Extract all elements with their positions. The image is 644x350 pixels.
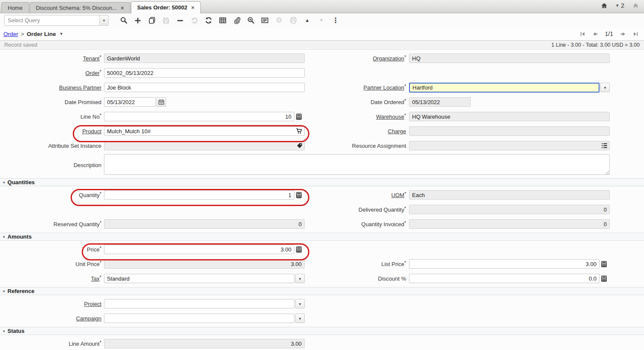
campaign-label[interactable]: Campaign xyxy=(76,315,101,322)
previous-record-icon[interactable] xyxy=(592,31,599,37)
reserved-quantity-field xyxy=(104,219,305,229)
partner-location-field[interactable] xyxy=(409,83,599,93)
undo-icon xyxy=(190,16,199,25)
zoom-across-icon[interactable] xyxy=(246,16,255,25)
partner-location-dropdown-button[interactable]: ▾ xyxy=(600,83,610,92)
tab-sales-order-label: Sales Order: 50002 xyxy=(137,4,187,11)
more-actions-icon[interactable]: ⋮ xyxy=(331,16,340,25)
first-record-icon[interactable] xyxy=(579,31,586,37)
window-tabbar: Home Discount Schema: 5% Discoun...× Sal… xyxy=(0,0,644,13)
tax-field[interactable] xyxy=(104,274,294,283)
collapse-triangle-icon: ▾ xyxy=(3,235,5,239)
collapse-header-icon[interactable] xyxy=(631,1,640,10)
resource-assignment-field xyxy=(409,141,610,150)
refresh-icon[interactable] xyxy=(204,16,213,25)
quantity-invoiced-label: Quantity Invoiced xyxy=(361,221,404,227)
copy-record-icon[interactable] xyxy=(148,16,156,25)
grid-toggle-icon[interactable] xyxy=(218,16,227,25)
project-dropdown-button[interactable]: ▾ xyxy=(295,299,305,308)
uom-label[interactable]: UOM xyxy=(391,192,404,198)
uom-field xyxy=(409,190,610,200)
collapse-triangle-icon: ▾ xyxy=(3,329,5,333)
attribute-set-instance-label: Attribute Set Instance xyxy=(48,143,101,149)
delete-record-icon[interactable] xyxy=(176,16,184,25)
close-icon[interactable]: × xyxy=(121,5,124,11)
home-icon[interactable] xyxy=(600,1,608,10)
calculator-icon[interactable] xyxy=(296,114,302,120)
line-no-field[interactable] xyxy=(104,112,294,121)
price-field[interactable] xyxy=(104,245,294,254)
select-query-dropdown-button[interactable]: ▾ xyxy=(99,15,108,25)
calculator-icon[interactable] xyxy=(296,192,302,198)
date-ordered-field xyxy=(409,97,471,107)
project-field[interactable] xyxy=(104,299,294,308)
description-label: Description xyxy=(74,162,101,168)
tax-dropdown-button[interactable]: ▾ xyxy=(295,274,305,283)
list-price-field[interactable] xyxy=(409,259,599,269)
partner-location-label[interactable]: Partner Location xyxy=(363,84,404,91)
next-record-icon[interactable] xyxy=(620,31,626,37)
resource-assignment-label: Resource Assignment xyxy=(352,143,406,149)
breadcrumb-order-link[interactable]: Order xyxy=(3,31,18,37)
reserved-quantity-label: Reserved Quantity xyxy=(53,221,100,227)
calculator-icon[interactable] xyxy=(601,261,607,267)
search-icon[interactable] xyxy=(119,16,128,25)
project-label[interactable]: Project xyxy=(84,301,101,307)
print-icon xyxy=(289,16,297,25)
status-message: Record saved xyxy=(4,42,552,48)
select-query-input[interactable] xyxy=(5,15,99,25)
line-amount-field xyxy=(104,339,305,348)
chevron-down-icon: ▾ xyxy=(103,18,105,23)
new-record-icon[interactable] xyxy=(134,16,142,25)
parent-record-icon[interactable]: ▲ xyxy=(303,16,312,25)
calculator-icon[interactable] xyxy=(601,275,607,282)
organization-label[interactable]: Organization xyxy=(373,55,404,62)
record-position: 1/1 xyxy=(605,30,613,37)
chevron-down-icon[interactable]: ▼ xyxy=(59,32,63,36)
tag-icon[interactable] xyxy=(297,143,303,149)
date-promised-label: Date Promised xyxy=(65,99,101,105)
attachment-icon[interactable] xyxy=(232,16,241,25)
campaign-field[interactable] xyxy=(104,314,294,323)
breadcrumb-row: Order > Order Line ▼ 1/1 xyxy=(0,27,644,41)
tax-label[interactable]: Tax xyxy=(91,275,99,282)
section-reference[interactable]: ▾Reference xyxy=(0,287,644,295)
date-promised-field[interactable] xyxy=(104,97,156,107)
section-status[interactable]: ▾Status xyxy=(0,327,644,335)
breadcrumb-current-tab[interactable]: Order Line xyxy=(27,31,56,37)
order-label[interactable]: Order xyxy=(85,70,99,76)
discount-field[interactable] xyxy=(409,274,599,283)
quantity-field[interactable] xyxy=(104,190,294,200)
attribute-set-instance-field xyxy=(104,141,305,150)
close-icon[interactable]: × xyxy=(191,5,195,10)
order-totals: 1 Line - 3.00 - Total: 3.00 USD = 3.00 xyxy=(552,42,640,48)
tab-discount-schema[interactable]: Discount Schema: 5% Discoun...× xyxy=(30,2,131,13)
numbered-list-icon[interactable] xyxy=(601,143,608,149)
order-line-form: Tenant* Organization* Order* Business Pa… xyxy=(0,50,644,350)
product-label[interactable]: Product xyxy=(82,128,101,135)
open-windows-dropdown[interactable]: ▼ 2 xyxy=(615,2,624,9)
tab-home[interactable]: Home xyxy=(1,2,29,13)
collapse-triangle-icon: ▾ xyxy=(3,180,5,185)
record-pager: 1/1 xyxy=(579,30,639,37)
tab-sales-order[interactable]: Sales Order: 50002× xyxy=(131,1,201,13)
business-partner-field[interactable] xyxy=(104,83,305,92)
last-record-icon[interactable] xyxy=(632,31,639,37)
tenant-label[interactable]: Tenant xyxy=(83,55,100,62)
order-field[interactable] xyxy=(104,68,305,78)
detail-record-icon: ▼ xyxy=(317,16,326,25)
warehouse-label[interactable]: Warehouse xyxy=(376,114,404,120)
charge-label[interactable]: Charge xyxy=(388,128,406,135)
description-field[interactable] xyxy=(104,154,610,175)
section-amounts[interactable]: ▾Amounts xyxy=(0,233,644,241)
business-partner-label[interactable]: Business Partner xyxy=(59,84,101,91)
chevron-down-icon: ▾ xyxy=(299,276,301,281)
tab-strip: Home Discount Schema: 5% Discoun...× Sal… xyxy=(1,1,600,13)
section-quantities[interactable]: ▾Quantities xyxy=(0,178,644,186)
record-info-icon[interactable] xyxy=(261,16,269,25)
shopping-cart-icon[interactable] xyxy=(296,128,303,135)
calculator-icon[interactable] xyxy=(296,246,302,253)
calendar-icon[interactable] xyxy=(157,97,166,107)
campaign-dropdown-button[interactable]: ▾ xyxy=(295,314,305,323)
product-field[interactable] xyxy=(104,126,305,136)
